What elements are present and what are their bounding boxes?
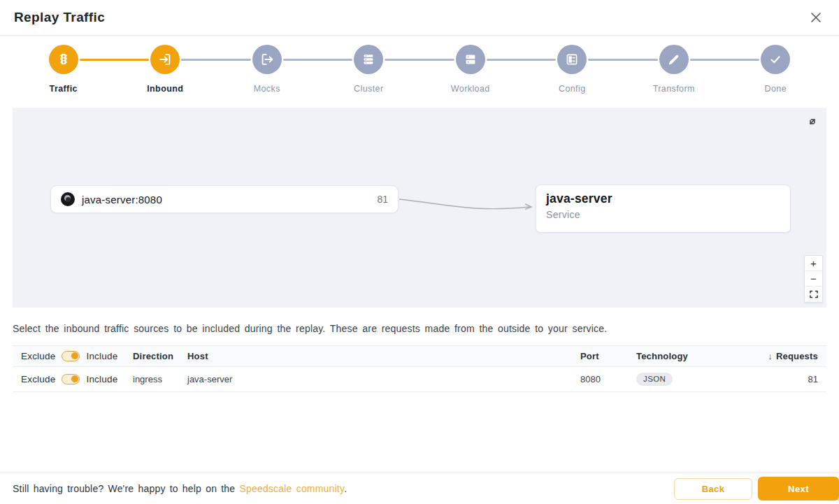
column-header-host[interactable]: Host (187, 351, 580, 361)
replay-traffic-modal: Replay Traffic Traffic Inbound (0, 0, 839, 504)
stepper-step-transform[interactable]: Transform (623, 45, 725, 94)
modal-header: Replay Traffic (0, 0, 839, 36)
column-header-technology[interactable]: Technology (636, 351, 741, 361)
source-node[interactable]: java-server:8080 81 (50, 185, 399, 213)
stepper-label-transform: Transform (653, 84, 695, 94)
row-technology-cell: JSON (636, 373, 741, 386)
settings-list-icon (557, 45, 587, 74)
server-icon (456, 45, 485, 74)
stepper-step-workload[interactable]: Workload (420, 45, 522, 94)
content-spacer (0, 392, 839, 473)
target-node-subtitle: Service (546, 209, 780, 220)
help-text: Still having trouble? We're happy to hel… (13, 483, 347, 494)
row-port-value: 8080 (580, 374, 636, 384)
exclude-header-label: Exclude (21, 351, 55, 361)
expand-graph-icon[interactable] (805, 115, 821, 130)
server-stack-icon (354, 45, 383, 74)
stepper-label-mocks: Mocks (254, 84, 280, 94)
inbound-traffic-table: Exclude Include Direction Host Port Tech… (13, 345, 826, 392)
stepper-step-config[interactable]: Config (522, 45, 624, 94)
row-include-label: Include (86, 374, 117, 384)
table-row: Exclude Include ingress java-server 8080… (13, 367, 826, 392)
target-node[interactable]: java-server Service (536, 185, 791, 233)
stepper-step-traffic[interactable]: Traffic (13, 45, 115, 94)
stepper-label-config: Config (559, 84, 586, 94)
stepper-label-traffic: Traffic (50, 84, 78, 94)
technology-badge: JSON (636, 373, 673, 386)
stepper-label-cluster: Cluster (354, 84, 383, 94)
sort-descending-icon: ↓ (768, 351, 773, 361)
instruction-text: Select the inbound traffic sources to be… (0, 308, 839, 334)
table-header-row: Exclude Include Direction Host Port Tech… (13, 345, 826, 367)
row-include-switch[interactable] (62, 374, 80, 384)
check-icon (761, 45, 790, 74)
row-direction-value: ingress (133, 374, 187, 384)
close-icon[interactable] (808, 10, 824, 25)
page-title: Replay Traffic (14, 10, 105, 25)
toggle-all-switch[interactable] (62, 351, 80, 361)
traffic-graph-panel[interactable]: java-server:8080 81 java-server Service … (13, 108, 826, 308)
traffic-light-icon (49, 45, 78, 74)
pencil-icon (659, 45, 689, 74)
modal-footer: Still having trouble? We're happy to hel… (0, 473, 839, 504)
source-node-label: java-server:8080 (82, 194, 162, 206)
next-button[interactable]: Next (758, 477, 839, 501)
back-button[interactable]: Back (674, 478, 752, 500)
zoom-in-button[interactable]: + (805, 256, 822, 271)
stepper-label-workload: Workload (451, 84, 490, 94)
graph-zoom-controls: + − (804, 255, 823, 303)
column-header-requests[interactable]: ↓ Requests (741, 351, 818, 361)
target-node-title: java-server (546, 192, 780, 206)
community-link[interactable]: Speedscale community (239, 483, 344, 494)
stepper-step-mocks[interactable]: Mocks (216, 45, 318, 94)
row-requests-value: 81 (741, 374, 818, 384)
source-node-request-count: 81 (377, 194, 388, 205)
row-exclude-label: Exclude (21, 374, 55, 384)
stepper-label-done: Done (765, 84, 787, 94)
include-header-label: Include (86, 351, 117, 361)
sign-in-icon (150, 45, 180, 74)
service-globe-icon (61, 192, 75, 206)
stepper-step-cluster[interactable]: Cluster (318, 45, 420, 94)
sign-out-icon (252, 45, 282, 74)
stepper-step-done[interactable]: Done (725, 45, 827, 94)
stepper-label-inbound: Inbound (147, 84, 183, 94)
stepper-step-inbound[interactable]: Inbound (115, 45, 217, 94)
column-header-direction[interactable]: Direction (133, 351, 187, 361)
row-host-value: java-server (187, 374, 580, 384)
wizard-stepper: Traffic Inbound Mocks (0, 36, 839, 106)
zoom-out-button[interactable]: − (805, 271, 822, 287)
column-header-port[interactable]: Port (580, 351, 636, 361)
fit-view-button[interactable] (805, 287, 822, 302)
